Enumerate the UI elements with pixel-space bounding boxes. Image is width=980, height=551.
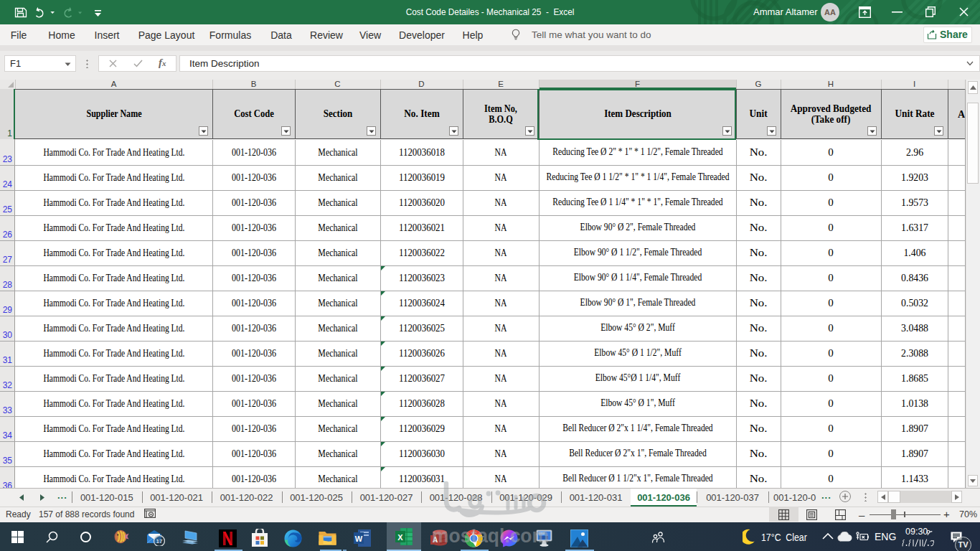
svg-text:17: 17 [156,538,163,545]
svg-text:W: W [355,534,363,543]
svg-text:mostaql.com: mostaql.com [432,525,549,547]
svg-text:X: X [397,533,403,542]
